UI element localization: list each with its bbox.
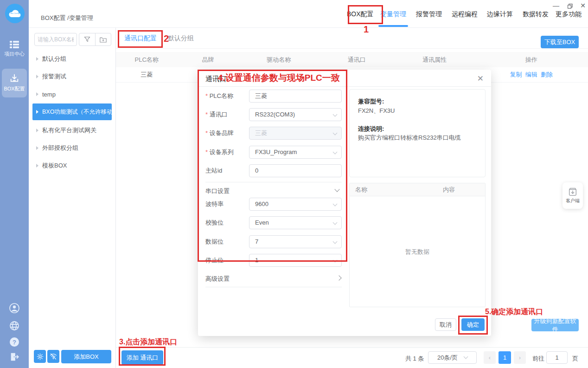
nav-data-forwarding[interactable]: 数据转发 [523, 10, 549, 19]
rail-item-account[interactable] [0, 303, 29, 314]
dialog-title: 通讯口 [205, 75, 226, 84]
nav-alarm-mgmt[interactable]: 报警管理 [416, 10, 442, 19]
chevron-down-icon [333, 202, 338, 207]
confirm-button[interactable]: 确定 [461, 318, 485, 331]
titlebar: BOX配置 /变量管理 BOX配置 变量管理 报警管理 远程编程 边缘计算 数据… [29, 0, 588, 28]
rail-item-help[interactable]: ? [0, 337, 29, 347]
group-label: 报警测试 [42, 72, 66, 81]
add-port-button[interactable]: 添加 通讯口 [121, 350, 163, 365]
page-size-select[interactable]: 20条/页 [428, 351, 477, 364]
nav-edge-computing[interactable]: 边缘计算 [487, 10, 513, 19]
next-page-button[interactable]: › [514, 351, 526, 364]
nav-more-functions[interactable]: 更多功能 [556, 10, 582, 19]
page-size-value: 20条/页 [437, 354, 458, 362]
master-id-input[interactable]: 0 [249, 164, 342, 177]
app-window: Box Config 项目中心 BOX配置 [0, 0, 588, 368]
help-icon: ? [9, 337, 19, 347]
tab-port-config[interactable]: 通讯口配置 [124, 34, 157, 43]
compat-label: 兼容型号: [358, 98, 384, 105]
parity-select[interactable]: Even [249, 216, 342, 229]
client-download-icon [568, 187, 577, 196]
advanced-settings-header[interactable]: 高级设置 [205, 272, 248, 285]
expand-arrow-icon [36, 75, 38, 78]
nav-variable-mgmt[interactable]: 变量管理 [380, 10, 406, 19]
total-count-label: 共 1 条 [405, 355, 424, 363]
dialog-close-icon[interactable]: ✕ [477, 74, 484, 84]
field-label-device-series: 设备系列 [205, 146, 248, 159]
project-center-icon [10, 41, 19, 48]
port-select[interactable]: RS232(COM3) [249, 108, 342, 121]
window-restore-icon[interactable] [566, 2, 574, 9]
group-label: 私有化平台测试网关 [42, 126, 96, 135]
data-bits-select[interactable]: 7 [249, 235, 342, 248]
settings-button[interactable] [34, 350, 46, 363]
group-item-external-auth[interactable]: 外部授权分组 [32, 140, 112, 156]
prev-page-button[interactable]: ‹ [484, 351, 496, 364]
chevron-down-icon [333, 220, 338, 225]
group-item-default[interactable]: 默认分组 [32, 51, 112, 67]
tab-strip: 通讯口配置 默认分组 下载至BOX [116, 28, 588, 49]
cancel-button[interactable]: 取消 [435, 318, 456, 331]
port-config-dialog: 通讯口 ✕ PLC名称 三菱 通讯口 RS232(COM3) 设备品牌 三菱 设… [198, 70, 491, 336]
device-info-card: 兼容型号: FX2N、FX3U 连接说明: 购买官方编程口转标准RS232串口电… [349, 89, 486, 177]
stop-bits-select[interactable]: 1 [249, 254, 342, 267]
app-logo[interactable]: Box Config [5, 4, 25, 23]
goto-label: 前往 [532, 355, 544, 363]
copy-link[interactable]: 复制 [510, 71, 522, 78]
compat-value: FX2N、FX3U [358, 107, 395, 114]
group-item-temp[interactable]: temp [32, 86, 112, 102]
client-download-widget[interactable]: 客户端 [562, 182, 583, 209]
group-item-bxo-test-selected[interactable]: BXO功能测试（不允许移动） [32, 103, 112, 120]
breadcrumb: BOX配置 /变量管理 [41, 14, 93, 22]
properties-table-header: 名称 内容 [350, 183, 485, 196]
offline-mode-button[interactable] [47, 350, 59, 363]
delete-link[interactable]: 删除 [541, 71, 553, 78]
rail-item-box-config[interactable]: BOX配置 [2, 69, 27, 97]
gear-icon [37, 353, 44, 360]
window-minimize-icon[interactable]: — [552, 2, 560, 9]
window-close-icon[interactable]: ✕ [579, 2, 587, 9]
group-item-template-box[interactable]: 模板BOX [32, 158, 112, 174]
table-header-row: PLC名称 品牌 驱动名称 通讯口 通讯属性 操作 [116, 52, 588, 67]
field-label-device-brand: 设备品牌 [205, 127, 248, 140]
search-input[interactable] [38, 33, 74, 45]
plc-name-input[interactable]: 三菱 [249, 90, 342, 103]
nav-box-config[interactable]: BOX配置 [347, 10, 374, 19]
group-item-private-platform[interactable]: 私有化平台测试网关 [32, 123, 112, 138]
group-item-alarm-test[interactable]: 报警测试 [32, 69, 112, 84]
download-to-box-button[interactable]: 下载至BOX [541, 36, 579, 48]
user-avatar-icon [9, 303, 20, 314]
rail-item-language[interactable] [0, 320, 29, 331]
tab-default-group[interactable]: 默认分组 [168, 34, 194, 43]
current-page-button[interactable]: 1 [499, 351, 511, 364]
expand-arrow-icon [36, 92, 38, 96]
baud-rate-value: 9600 [255, 200, 268, 207]
nav-remote-programming[interactable]: 远程编程 [452, 10, 478, 19]
add-group-button[interactable] [95, 33, 111, 45]
properties-table: 名称 内容 暂无数据 [349, 183, 486, 307]
folder-plus-icon [100, 37, 107, 43]
baud-rate-select[interactable]: 9600 [249, 198, 342, 211]
box-search-field[interactable] [34, 33, 77, 46]
rail-item-project-center[interactable]: 项目中心 [0, 41, 29, 58]
chevron-right-icon[interactable] [336, 275, 341, 280]
chevron-down-icon [464, 355, 468, 359]
filter-button[interactable] [79, 33, 95, 45]
chevron-down-icon[interactable] [334, 187, 339, 192]
chevron-down-icon [333, 131, 338, 136]
field-label-stop-bits: 停止位 [205, 254, 248, 267]
chevron-down-icon [333, 112, 338, 117]
goto-page-input[interactable]: 1 [546, 351, 568, 364]
chevron-down-icon [333, 239, 338, 244]
add-box-button[interactable]: 添加BOX [61, 350, 111, 363]
edit-link[interactable]: 编辑 [525, 71, 537, 78]
device-series-select[interactable]: FX3U_Program [249, 146, 342, 159]
connection-value: 购买官方编程口转标准RS232串口电缆 [358, 134, 461, 141]
active-tab-underline [378, 25, 408, 27]
serial-settings-header[interactable]: 串口设置 [205, 185, 248, 198]
col-header-port: 通讯口 [319, 56, 395, 64]
parity-value: Even [255, 219, 269, 226]
rail-item-logout[interactable] [0, 352, 29, 362]
group-label: 外部授权分组 [42, 144, 78, 152]
upgrade-config-button[interactable]: 升级到新配置软件 [531, 319, 579, 331]
